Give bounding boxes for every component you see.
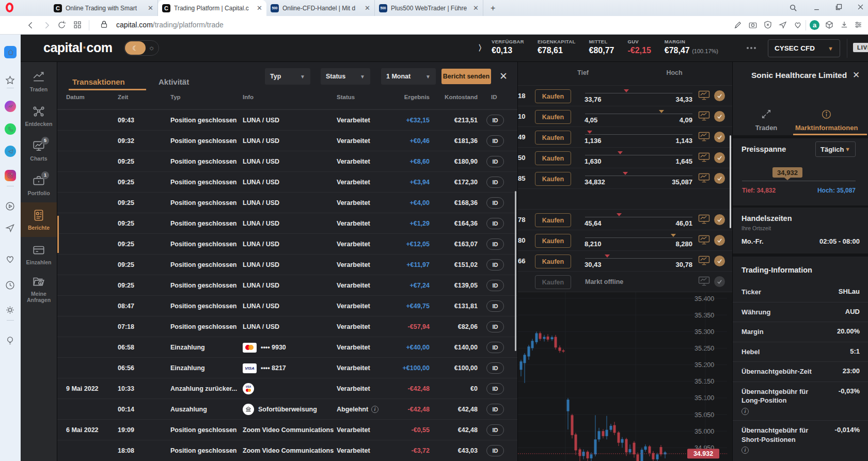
sidebar-item-einzahlen[interactable]: Einzahlen (21, 237, 57, 272)
info-icon[interactable]: i (741, 408, 749, 415)
buy-button[interactable]: Kaufen (535, 89, 571, 103)
watchlist-check-icon[interactable] (714, 214, 725, 225)
buy-button[interactable]: Kaufen (535, 131, 571, 145)
speed-dial-grid-icon[interactable] (73, 20, 83, 30)
col-hoch[interactable]: Hoch (659, 69, 690, 76)
speed-dial-home-icon[interactable] (4, 46, 17, 58)
watchlist-row[interactable]: 78Kaufen45,6446,01 (518, 209, 733, 230)
browser-tab-2-active[interactable]: C Trading Platform | Capital.c ✕ (158, 0, 266, 16)
settings-gear-icon[interactable] (5, 305, 16, 316)
id-button[interactable]: ID (486, 218, 504, 229)
table-row[interactable]: 18:08Position geschlossenZoom Video Comm… (57, 440, 518, 460)
collapse-stats-chevron-icon[interactable]: 〉 (478, 43, 486, 53)
buy-button[interactable]: Kaufen (535, 172, 571, 186)
bookmark-edit-icon[interactable] (733, 20, 744, 30)
sidebar-item-portfolio[interactable]: 1 Portfolio (21, 168, 57, 202)
table-row[interactable]: 09:25Position geschlossenLUNA / USDVerar… (57, 151, 518, 171)
col-id[interactable]: ID (491, 94, 497, 100)
col-datum[interactable]: Datum (66, 94, 85, 100)
favorites-heart-icon[interactable] (5, 253, 16, 265)
browser-tab-1[interactable]: C Online Trading with Smart ✕ (50, 0, 158, 16)
history-clock-icon[interactable] (5, 280, 16, 291)
table-row[interactable]: 09:25Position geschlossenLUNA / USDVerar… (57, 233, 518, 254)
settings-sliders-icon[interactable] (854, 20, 864, 30)
id-button[interactable]: ID (486, 404, 504, 415)
table-row[interactable]: 09:25Position geschlossenLUNA / USDVerar… (57, 254, 518, 275)
dark-mode-moon-icon[interactable]: ☾ (125, 41, 146, 55)
light-mode-sun-icon[interactable]: ☼ (148, 43, 155, 52)
table-scrollbar[interactable] (515, 191, 516, 351)
watchlist-check-icon[interactable] (714, 276, 725, 287)
back-icon[interactable] (26, 20, 36, 30)
table-row[interactable]: 08:47Position geschlossenLUNA / USDVerar… (57, 295, 518, 316)
table-row[interactable]: 09:25Position geschlossenLUNA / USDVerar… (57, 275, 518, 295)
col-status[interactable]: Status (337, 94, 355, 100)
price-chart[interactable]: 35.40035.35035.30035.25035.20035.15035.1… (518, 292, 733, 461)
maximize-icon[interactable] (835, 3, 843, 11)
instagram-icon[interactable] (5, 170, 16, 181)
col-zeit[interactable]: Zeit (118, 94, 128, 100)
open-chart-icon[interactable] (698, 256, 710, 266)
id-button[interactable]: ID (486, 445, 504, 456)
tab-marktinformationen[interactable]: Marktinformationen (795, 107, 857, 132)
player-icon[interactable] (5, 201, 16, 212)
open-chart-icon[interactable] (698, 152, 710, 163)
table-row[interactable]: 09:43Position geschlossenLUNA / USDVerar… (57, 109, 518, 130)
search-icon[interactable] (789, 4, 798, 12)
open-chart-icon[interactable] (698, 276, 710, 287)
id-button[interactable]: ID (486, 259, 504, 271)
easy-setup-bulb-icon[interactable] (5, 335, 16, 346)
table-row[interactable]: 09:25Position geschlossenLUNA / USDVerar… (57, 192, 518, 213)
send-report-button[interactable]: Bericht senden (441, 69, 491, 84)
id-button[interactable]: ID (486, 177, 504, 188)
id-button[interactable]: ID (486, 424, 504, 436)
avast-extension-icon[interactable]: a (810, 20, 819, 30)
watchlist-check-icon[interactable] (714, 90, 725, 101)
id-button[interactable]: ID (486, 362, 504, 374)
sidebar-item-entdecken[interactable]: Entdecken (21, 99, 57, 133)
whatsapp-icon[interactable] (5, 123, 16, 135)
sidebar-item-berichte[interactable]: Berichte (21, 202, 57, 237)
watchlist-row[interactable]: 49Kaufen1,1361,143 (518, 126, 733, 147)
buy-button[interactable]: Kaufen (535, 234, 571, 248)
new-tab-button[interactable]: + (491, 4, 495, 13)
id-button[interactable]: ID (486, 300, 504, 312)
watchlist-check-icon[interactable] (714, 152, 725, 163)
filter-zeitraum-select[interactable]: 1 Monat▼ (381, 68, 436, 85)
info-icon[interactable]: i (741, 447, 749, 454)
buy-button[interactable]: Kaufen (535, 151, 571, 165)
table-row[interactable]: 06:56EinzahlungVISA•••• 8217Verarbeitet+… (57, 357, 518, 378)
watchlist-row[interactable]: 66Kaufen30,4330,78 (518, 250, 733, 271)
watchlist-check-icon[interactable] (714, 173, 725, 184)
browser-tab-4[interactable]: 500 Plus500 WebTrader | Führe ✕ (375, 0, 483, 16)
watchlist-row[interactable]: 80Kaufen8,2108,280 (518, 230, 733, 250)
id-button[interactable]: ID (486, 383, 504, 394)
id-button[interactable]: ID (486, 115, 504, 126)
bookmarks-star-icon[interactable] (5, 75, 16, 86)
filter-typ-select[interactable]: Typ▼ (265, 68, 310, 85)
buy-button[interactable]: Kaufen (535, 255, 571, 268)
open-chart-icon[interactable] (698, 214, 710, 225)
watchlist-check-icon[interactable] (714, 256, 725, 266)
telegram-icon[interactable] (5, 146, 16, 157)
close-window-icon[interactable] (857, 3, 864, 11)
id-button[interactable]: ID (486, 135, 504, 147)
table-row[interactable]: 09:32Position geschlossenLUNA / USDVerar… (57, 130, 518, 151)
sidebar-item-charts[interactable]: 5 Charts (21, 133, 57, 168)
tab-close-icon[interactable]: ✕ (473, 4, 479, 12)
url-text[interactable]: capital.com/trading/platform/trade (116, 21, 224, 29)
watchlist-row[interactable]: 18Kaufen33,7634,33 (518, 85, 733, 106)
col-info[interactable]: Info (243, 94, 254, 100)
tab-traden[interactable]: Traden (735, 107, 797, 132)
watchlist-row[interactable]: 85Kaufen34,83235,087 (518, 168, 733, 188)
id-button[interactable]: ID (486, 156, 504, 167)
tab-transaktionen[interactable]: Transaktionen (72, 77, 125, 86)
close-panel-icon[interactable]: ✕ (853, 70, 860, 81)
table-row[interactable]: 07:18Position geschlossenLUNA / USDVerar… (57, 316, 518, 337)
id-button[interactable]: ID (486, 342, 504, 353)
open-chart-icon[interactable] (698, 132, 710, 142)
download-icon[interactable] (840, 20, 850, 30)
col-tief[interactable]: Tief (567, 69, 598, 76)
more-options-icon[interactable] (747, 47, 756, 49)
watchlist-row[interactable]: 50Kaufen1,6301,645 (518, 147, 733, 168)
